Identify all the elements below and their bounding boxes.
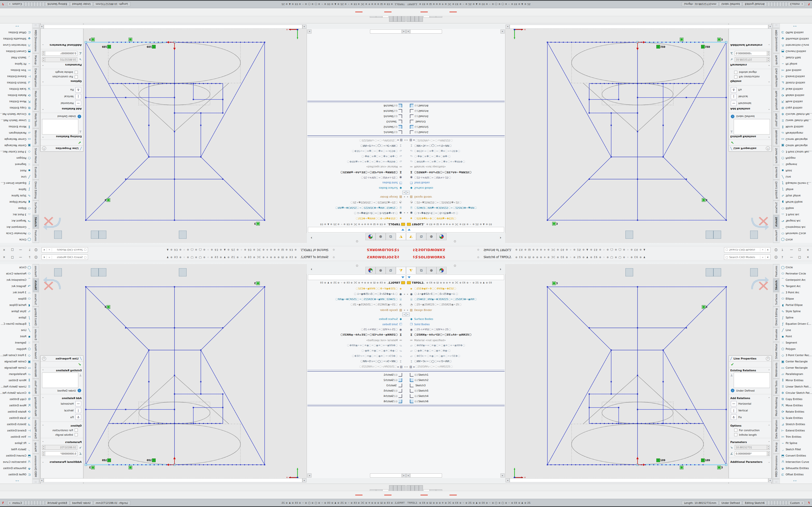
- tool-item[interactable]: ⠿ Linear Sketch Pattern: [0, 117, 32, 124]
- toolbar-button-icon[interactable]: [580, 231, 587, 238]
- relation-button-icon[interactable]: ❘: [75, 408, 81, 413]
- tool-item[interactable]: ⟳ Rotate Entities: [0, 92, 32, 99]
- menu-item[interactable]: [340, 249, 344, 250]
- panel-scrollbar[interactable]: ◂ ▸: [406, 30, 505, 34]
- splitter-handle[interactable]: [454, 240, 456, 242]
- toolbar-button-icon[interactable]: [283, 231, 290, 238]
- accept-check-icon[interactable]: ✔: [729, 139, 771, 145]
- tool-item[interactable]: ∫ Spline: [0, 314, 32, 321]
- child-window-button[interactable]: [46, 263, 52, 267]
- search-icon[interactable]: ⌕: [47, 248, 52, 251]
- toolbar-button-icon[interactable]: [297, 231, 299, 238]
- toolbar-button-icon[interactable]: [157, 269, 164, 276]
- toolbar-button-icon[interactable]: [728, 269, 735, 276]
- bottom-toolbar-icon[interactable]: [450, 12, 457, 12]
- menu-item[interactable]: [451, 249, 455, 250]
- search-box[interactable]: ▢ Search CAD Models ⌕ ▾: [724, 255, 770, 260]
- tool-item[interactable]: ⁙ Segment: [780, 339, 812, 346]
- tool-item[interactable]: ⬭ Perimeter Circle: [780, 270, 812, 277]
- tree-item[interactable]: ▸ ◉ 〇 ⅄⚬◉✤5Ƨ℮Ɛ〇⚬〇Ɛ℮Ƨ5✤◉⚬⅄ 〇: [406, 210, 505, 216]
- panel-tab[interactable]: ⧨: [406, 233, 416, 240]
- option-row[interactable]: Infinite length: [729, 70, 771, 74]
- toolbar-button-icon[interactable]: [232, 231, 239, 238]
- tool-item[interactable]: ◯ Circle: [0, 237, 32, 243]
- command-tab[interactable]: Markup: [33, 53, 39, 66]
- tool-item[interactable]: ⬭ Perimeter Circle: [780, 230, 812, 237]
- tool-item[interactable]: ∿ Style Spline: [780, 308, 812, 314]
- menu-item[interactable]: [344, 257, 349, 258]
- toolbar-button-icon[interactable]: [194, 269, 201, 276]
- sketch-tree-item[interactable]: (-) Sketch5: [307, 114, 406, 119]
- toolbar-button-icon[interactable]: [506, 269, 513, 276]
- tool-item[interactable]: ⇲ Scale Entities: [0, 415, 32, 421]
- command-tab[interactable]: MBD Dimensions: [33, 454, 39, 479]
- tool-item[interactable]: ⇲ Scale Entities: [780, 415, 812, 421]
- tree-item[interactable]: ★ 〇Ƨ5Ɛ✤◉Ɐ⚬Φ〇〇ΦⱯИ◉⚬✤Ɛ5Ƨ〇: [406, 216, 505, 221]
- sketch-tree-item[interactable]: Sketch3: [307, 383, 406, 388]
- toolbar-button-icon[interactable]: [201, 231, 203, 238]
- panel-tab[interactable]: ⧉: [416, 267, 426, 274]
- command-tab[interactable]: Data Migration: [33, 418, 39, 440]
- child-window-button[interactable]: [68, 240, 73, 244]
- minimize-button[interactable]: —: [788, 254, 796, 260]
- command-tab[interactable]: Mesh Modeling: [773, 89, 779, 112]
- tool-item[interactable]: ↷ Tangent Arc: [780, 218, 812, 224]
- toolbar-button-icon[interactable]: [633, 269, 641, 276]
- command-tab[interactable]: Markup: [773, 53, 779, 66]
- toolbar-button-icon[interactable]: [261, 231, 268, 238]
- tree-item[interactable]: ▱ 〇✤ИИ◉⚬+〇✳◉〇⚬〇◉✳〇+⚬◉ИИ✤〇: [406, 159, 505, 164]
- tree-item[interactable]: ▱ 〇·◉✤〇✳◉〇⚬〇◉✳〇✤◉·〇: [406, 154, 505, 159]
- expand-arrow-icon[interactable]: ▸: [402, 191, 406, 194]
- toolbar-button-icon[interactable]: [544, 231, 551, 238]
- tool-item[interactable]: ⬒ Convert Entities: [0, 452, 32, 459]
- tree-item[interactable]: ▸ ▨ ▪ 〇25ƧƐИⱯ∪·〇⚬〇·∪ⱯИƐƧ25〇: [308, 364, 406, 370]
- toolbar-button-icon[interactable]: [655, 269, 662, 276]
- sketch-tree-item[interactable]: (-) Sketch6: [307, 103, 406, 108]
- panel-tab[interactable]: ⧉: [416, 233, 426, 240]
- tree-item[interactable]: ▸ A 〇25ИИ◉⚬✤Ɐ✤◉ИⱯ〇⚬〇ⱯИ◉✤Ɐ✤⚬◉ИИ25〇: [402, 313, 406, 316]
- tree-item[interactable]: ▸ ▨ ▪ 〇25ƧƐИⱯ∪·〇⚬〇·∪ⱯИƐƧ25〇: [406, 137, 504, 143]
- rollback-bar[interactable]: [406, 135, 505, 137]
- checkbox[interactable]: [734, 71, 737, 74]
- child-window-button[interactable]: [755, 263, 760, 267]
- sketch-tree-item[interactable]: (-) Sketch5: [406, 388, 505, 393]
- checkbox[interactable]: [734, 75, 737, 78]
- toolbar-button-icon[interactable]: [77, 269, 84, 276]
- tool-item[interactable]: ⌓ 3 Point Arc: [0, 289, 32, 295]
- tool-item[interactable]: ∫ Spline: [780, 186, 812, 193]
- tree-item[interactable]: ★ 〇Ƨ5Ɛ✤◉Ɐ⚬Φ〇〇ΦⱯИ◉⚬✤Ɛ5Ƨ〇: [307, 286, 406, 291]
- expand-arrow-icon[interactable]: ▸: [402, 313, 406, 316]
- tool-item[interactable]: ⊏ Offset Entities: [0, 30, 32, 36]
- expand-caret-icon[interactable]: ⌄: [42, 44, 44, 46]
- vcr-button[interactable]: [389, 16, 393, 22]
- tool-item[interactable]: ƒ Equation Driven Curve: [780, 321, 812, 327]
- restore-button[interactable]: □: [8, 254, 16, 260]
- menu-item[interactable]: [336, 257, 340, 258]
- minimize-button[interactable]: —: [16, 254, 24, 260]
- command-tab[interactable]: Mesh Modeling: [773, 395, 779, 418]
- toolbar-button-icon[interactable]: [135, 269, 143, 276]
- panel-tab[interactable]: ⊕: [426, 267, 437, 274]
- toolbar-button-icon[interactable]: [558, 231, 565, 238]
- tool-item[interactable]: ƒ Equation Driven Curve: [0, 321, 32, 327]
- tree-item[interactable]: ⌶ 〇ИИ⚬⅁℮⚬〇◯〇⚬℮⅁⚬ИИ〇: [307, 143, 406, 148]
- vcr-button[interactable]: [419, 485, 423, 491]
- length-spinner[interactable]: ▴▾: [767, 445, 770, 450]
- restore-button[interactable]: □: [796, 254, 804, 260]
- add-relation-row[interactable]: — Horizontal: [729, 100, 771, 107]
- expand-arrow-icon[interactable]: ▸: [406, 313, 410, 316]
- search-dropdown-icon[interactable]: ▾: [42, 256, 47, 259]
- search-icon[interactable]: ⌕: [760, 248, 765, 251]
- sketch-tree-item[interactable]: (-) Sketch6: [406, 399, 505, 404]
- vcr-button[interactable]: [406, 485, 411, 491]
- toolbar-button-icon[interactable]: [609, 231, 611, 238]
- tree-item[interactable]: ▱ 〇✤Ɛ⅁℮⚬〇✳◉〇⚬〇◉✳〇⚬℮⅁Ɛ✤〇: [307, 353, 406, 359]
- tool-item[interactable]: ◖ Partial Ellipse: [780, 199, 812, 205]
- toolbar-button-icon[interactable]: [625, 231, 633, 239]
- add-relation-row[interactable]: ❘ Vertical: [41, 407, 83, 414]
- panel-help-icon[interactable]: ?: [42, 147, 46, 151]
- sketch-tree-item[interactable]: (-) Sketch1: [307, 372, 406, 377]
- relation-button-icon[interactable]: —: [731, 401, 737, 406]
- relation-button-icon[interactable]: ⚓: [731, 414, 737, 420]
- scroll-left-icon[interactable]: ◂: [406, 30, 410, 34]
